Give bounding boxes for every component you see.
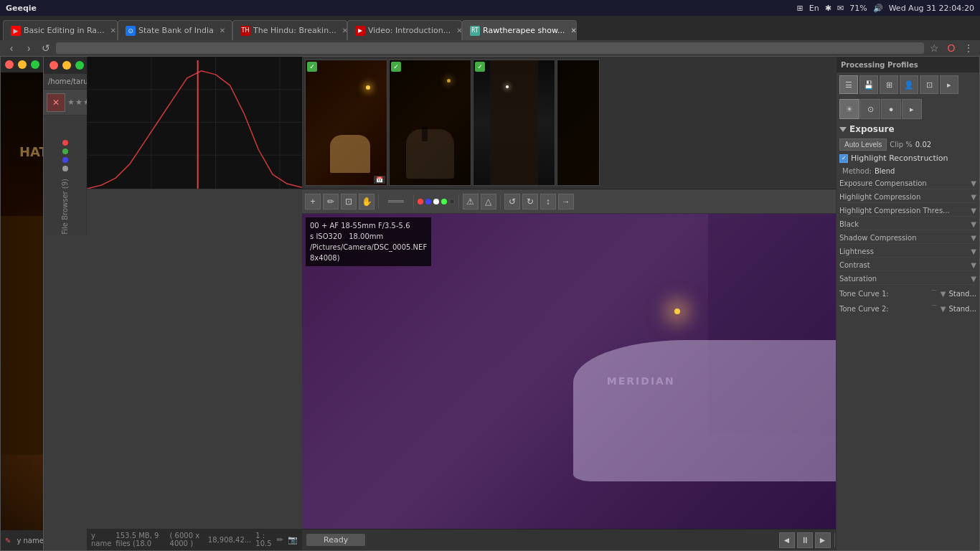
hi-comp-thresh-arrow[interactable]: ▼ xyxy=(971,207,976,215)
warning-btn[interactable]: ⚠ xyxy=(463,194,479,209)
back-button[interactable]: ‹ xyxy=(4,41,19,55)
tone-1-select[interactable]: Stand... xyxy=(948,290,976,298)
exposure-expand-icon[interactable] xyxy=(839,127,847,132)
exif-iso: s ISO320 18.00mm xyxy=(310,231,427,242)
bookmark-button[interactable]: ☆ xyxy=(927,41,941,55)
hand-btn[interactable]: ✋ xyxy=(359,194,374,209)
tone-1-label: Tone Curve 1: xyxy=(839,290,928,298)
processing-profiles-header: Processing Profiles xyxy=(837,57,979,72)
tab-label-4: Video: Introduction... xyxy=(368,26,451,35)
tab-state-bank[interactable]: ⊙ State Bank of India ✕ xyxy=(118,20,232,40)
profile-person-btn[interactable]: 👤 xyxy=(900,75,918,94)
tab-hindu[interactable]: TH The Hindu: Breakin... ✕ xyxy=(232,20,347,40)
opera-icon[interactable]: O xyxy=(944,41,958,55)
prev-image-btn[interactable]: ◄ xyxy=(779,532,795,548)
reject-btn[interactable]: ✕ xyxy=(47,93,65,112)
profile-copy-btn[interactable]: ⊞ xyxy=(880,75,898,94)
tab-label-5: Rawtherapee show... xyxy=(483,26,565,35)
status-size: 153.5 MB, 9 files (18.0 xyxy=(116,532,165,547)
saturation-arrow[interactable]: ▼ xyxy=(971,275,976,283)
rt-filebrowser: File Browser (9) xyxy=(44,116,87,235)
browser-tabs: ▶ Basic Editing in Ra... ✕ ⊙ State Bank … xyxy=(0,16,980,40)
tab-basic-editing[interactable]: ▶ Basic Editing in Ra... ✕ xyxy=(3,20,118,40)
geeqie-max-btn[interactable] xyxy=(31,60,39,69)
thumb-4[interactable] xyxy=(557,60,600,186)
profile-more-btn[interactable]: ▸ xyxy=(940,75,958,94)
redo-btn[interactable]: ↻ xyxy=(522,194,538,209)
tab-close-2[interactable]: ✕ xyxy=(220,27,225,34)
thumb-2[interactable]: ✓ xyxy=(389,60,471,186)
highlight-compression-thresh-row: Highlight Compression Thres... ▼ xyxy=(839,205,976,217)
browser-chrome: ▶ Basic Editing in Ra... ✕ ⊙ State Bank … xyxy=(0,16,980,56)
pencil-icon: ✏ xyxy=(277,535,283,545)
tab-icon-rt: RT xyxy=(470,26,480,36)
rt-right-panel: Processing Profiles ☰ 💾 ⊞ 👤 ⊡ ▸ ☀ ⊙ ● ▸ xyxy=(836,57,979,550)
clip-value: 0.02 xyxy=(915,141,931,149)
contrast-arrow[interactable]: ▼ xyxy=(971,261,976,269)
undo-btn[interactable]: ↺ xyxy=(504,194,520,209)
geeqie-status-text: y name xyxy=(17,537,43,545)
black-arrow[interactable]: ▼ xyxy=(971,220,976,228)
os-taskbar-left: Geeqie xyxy=(6,4,37,13)
tab-close-4[interactable]: ✕ xyxy=(456,27,462,34)
forward-button[interactable]: › xyxy=(22,41,36,55)
tab-icon-video: ▶ xyxy=(355,26,365,36)
exif-file: /Pictures/Camera/DSC_0005.NEF xyxy=(310,242,427,253)
select-btn[interactable]: ⊡ xyxy=(341,194,357,209)
warning2-btn[interactable]: △ xyxy=(481,194,496,209)
tone-2-select[interactable]: Stand... xyxy=(948,305,976,313)
tone-2-arrow-icon[interactable]: ▼ xyxy=(941,305,946,313)
highlight-label: Highlight Reconstruction xyxy=(851,154,948,163)
pencil-btn[interactable]: ✏ xyxy=(323,194,339,209)
profile-grid-btn[interactable]: ⊡ xyxy=(920,75,938,94)
geeqie-min-btn[interactable] xyxy=(18,60,27,69)
address-bar[interactable] xyxy=(56,42,924,54)
rt-photo-light xyxy=(674,309,680,314)
tab-transform-icon[interactable]: ▸ xyxy=(902,99,922,119)
bluetooth-icon: ✱ xyxy=(825,4,831,13)
tab-close-1[interactable]: ✕ xyxy=(110,27,116,34)
tab-rawtherapee[interactable]: RT Rawtherapee show... ✕ xyxy=(462,20,577,40)
rt-max-btn[interactable] xyxy=(75,61,84,70)
exposure-section: Exposure Auto Levels Clip % 0.02 ✓ Highl… xyxy=(837,121,979,320)
add-btn-2[interactable]: + xyxy=(305,194,321,209)
tab-video-intro[interactable]: ▶ Video: Introduction... ✕ xyxy=(347,20,462,40)
tab-close-3[interactable]: ✕ xyxy=(342,27,347,34)
auto-levels-btn[interactable]: Auto Levels xyxy=(839,138,887,151)
method-label: Method: xyxy=(842,167,872,175)
flip2-btn[interactable]: ↕ xyxy=(540,194,556,209)
hi-comp-label: Highlight Compression xyxy=(839,193,968,201)
rt-bottom-status: y name 153.5 MB, 9 files (18.0 ( 6000 x … xyxy=(87,529,302,550)
reload-button[interactable]: ↺ xyxy=(39,41,53,55)
geeqie-close-btn[interactable] xyxy=(5,60,14,69)
next-image-btn[interactable]: ► xyxy=(815,532,831,548)
lightness-arrow[interactable]: ▼ xyxy=(971,248,976,255)
rt-min-btn[interactable] xyxy=(62,61,71,70)
tab-detail-icon[interactable]: ⊙ xyxy=(860,99,880,119)
rt-close-btn[interactable] xyxy=(50,61,58,70)
thumb-2-check: ✓ xyxy=(391,62,401,72)
menu-button[interactable]: ⋮ xyxy=(961,41,976,55)
profile-list-btn[interactable]: ☰ xyxy=(839,75,858,94)
browser-toolbar: ‹ › ↺ ☆ O ⋮ xyxy=(0,40,980,56)
tab-exposure-icon[interactable]: ☀ xyxy=(839,99,859,119)
exp-comp-arrow[interactable]: ▼ xyxy=(971,179,976,187)
shadow-comp-arrow[interactable]: ▼ xyxy=(971,234,976,242)
hi-comp-arrow[interactable]: ▼ xyxy=(971,193,976,201)
tab-close-5[interactable]: ✕ xyxy=(570,27,576,34)
email-icon: ✉ xyxy=(837,4,844,13)
os-taskbar-right: ⊞ En ✱ ✉ 71% 🔊 Wed Aug 31 22:04:20 xyxy=(797,4,974,13)
tone-2-label: Tone Curve 2: xyxy=(839,305,928,313)
profile-save-btn[interactable]: 💾 xyxy=(859,75,878,94)
tab-color-icon[interactable]: ● xyxy=(881,99,901,119)
thumb-1[interactable]: ✓ 📅 xyxy=(305,60,387,186)
thumb-3[interactable]: ✓ xyxy=(473,60,555,186)
app-area: Geeqie MERIDIAN HATHAPATHI MERIDIAN ✎ y … xyxy=(0,56,980,551)
pause-btn[interactable]: ⏸ xyxy=(797,532,813,548)
tone-1-arrow-icon[interactable]: ▼ xyxy=(941,290,946,298)
next2-btn[interactable]: → xyxy=(558,194,574,209)
rawtherapee-window: RawTherapee 4.0.12.0 /home/tarun/Picture… xyxy=(43,56,980,551)
status-zoom: 1 : 10.5 xyxy=(255,532,272,547)
highlight-checkbox[interactable]: ✓ xyxy=(839,154,848,163)
tab-icon-hindu: TH xyxy=(240,26,250,36)
